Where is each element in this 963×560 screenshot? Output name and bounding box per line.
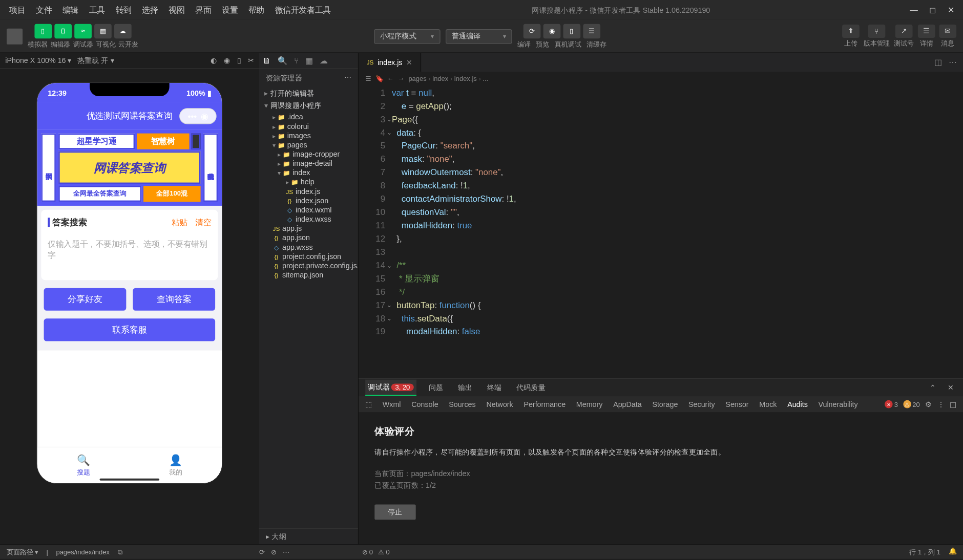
devtools-tab[interactable]: Performance <box>524 400 566 408</box>
menu-item[interactable]: 编辑 <box>58 2 82 18</box>
file-node[interactable]: {}app.json <box>259 233 358 242</box>
editor-button[interactable]: ⟨⟩ <box>54 24 72 38</box>
menu-item[interactable]: 项目 <box>5 2 29 18</box>
close-icon[interactable]: ✕ <box>945 381 956 395</box>
editor-tab[interactable]: JS index.js ✕ <box>359 53 421 72</box>
devtools-tab[interactable]: Storage <box>652 400 678 408</box>
debugger-button[interactable]: ≈ <box>74 24 92 38</box>
visual-button[interactable]: ▦ <box>94 24 112 38</box>
devtools-tab[interactable]: Memory <box>576 400 603 408</box>
cloud-button[interactable]: ☁ <box>114 24 132 38</box>
devtools-tab[interactable]: Mock <box>759 400 777 408</box>
tool-icon[interactable]: ⑂ <box>868 24 886 37</box>
folder-node[interactable]: 📁.idea <box>259 112 358 121</box>
refresh-icon[interactable]: ⟳ <box>524 24 541 38</box>
notification-icon[interactable]: 🔔 <box>949 547 957 556</box>
gear-icon[interactable]: ⚙ <box>925 400 932 408</box>
more-icon[interactable]: ⋮ <box>937 400 945 408</box>
outline-section[interactable]: ▸ 大纲 <box>259 528 358 544</box>
menu-item[interactable]: 帮助 <box>244 2 268 18</box>
tool-icon[interactable]: ☰ <box>918 24 935 37</box>
share-button[interactable]: 分享好友 <box>44 288 127 311</box>
devtools-tab[interactable]: Vulnerability <box>819 400 858 408</box>
debugger-tab[interactable]: 问题 <box>426 380 446 395</box>
debugger-tab[interactable]: 输出 <box>455 380 475 395</box>
folder-node[interactable]: 📁image-detail <box>259 159 358 168</box>
minimize-icon[interactable]: — <box>907 5 920 14</box>
devtools-tab[interactable]: Security <box>688 400 715 408</box>
hotreload-toggle[interactable]: 热重载 开 ▾ <box>77 56 115 66</box>
menu-item[interactable]: 界面 <box>191 2 215 18</box>
sim-icon[interactable]: ▯ <box>237 56 241 65</box>
file-node[interactable]: JSindex.js <box>259 186 358 196</box>
close-icon[interactable]: ✕ <box>945 5 958 14</box>
split-icon[interactable]: ◫ <box>934 58 941 67</box>
menu-item[interactable]: 文件 <box>32 2 56 18</box>
search-button[interactable]: 查询答案 <box>133 288 215 311</box>
folder-node[interactable]: 📁index <box>259 168 358 177</box>
file-node[interactable]: {}sitemap.json <box>259 270 358 279</box>
devtools-tab[interactable]: Audits <box>787 400 808 408</box>
folder-node[interactable]: 📁pages <box>259 140 358 149</box>
devtools-tab[interactable]: Sensor <box>725 400 748 408</box>
contact-button[interactable]: 联系客服 <box>44 318 216 341</box>
debugger-tab[interactable]: 调试器3, 20 <box>365 379 416 396</box>
menu-item[interactable]: 转到 <box>112 2 136 18</box>
file-node[interactable]: ◇index.wxss <box>259 214 358 224</box>
sim-icon[interactable]: ✂ <box>248 56 254 65</box>
breadcrumb[interactable]: ☰🔖←→ pages › index › index.js › ... <box>359 72 963 85</box>
more-icon[interactable]: ⋯ <box>344 73 351 83</box>
file-node[interactable]: {}index.json <box>259 196 358 205</box>
compile-dropdown[interactable]: 普通编译 <box>446 29 512 44</box>
paste-button[interactable]: 粘贴 <box>172 217 187 228</box>
file-node[interactable]: ◇app.wxss <box>259 242 358 251</box>
tab-search[interactable]: 🔍 搜题 <box>37 447 130 483</box>
code-editor[interactable]: 123⌄4⌄567891011121314⌄151617⌄18⌄19 var t… <box>359 85 963 378</box>
folder-node[interactable]: 📁colorui <box>259 121 358 131</box>
tool-icon[interactable]: ✉ <box>939 24 956 37</box>
simulator-button[interactable]: ▯ <box>34 24 52 38</box>
tool-icon[interactable]: ⬆ <box>842 24 860 37</box>
devtools-tab[interactable]: Wxml <box>383 400 401 408</box>
capsule[interactable]: •••◉ <box>179 108 217 124</box>
devtools-tab[interactable]: Network <box>486 400 513 408</box>
clear-button[interactable]: 清空 <box>195 217 211 228</box>
collapse-icon[interactable]: ⌃ <box>927 381 938 395</box>
maximize-icon[interactable]: ◻ <box>926 5 939 14</box>
tool-icon[interactable]: ↗ <box>895 24 913 37</box>
files-icon[interactable]: 🗎 <box>263 56 271 66</box>
devtools-tab[interactable]: Sources <box>449 400 475 408</box>
sim-tool-icon[interactable]: ⊘ <box>271 548 276 555</box>
sim-icon[interactable]: ◐ <box>211 56 217 65</box>
dock-icon[interactable]: ◫ <box>950 400 956 408</box>
cursor-position[interactable]: 行 1，列 1 <box>909 547 940 556</box>
sim-icon[interactable]: ◉ <box>224 56 231 65</box>
preview-icon[interactable]: ◉ <box>543 24 561 38</box>
menu-item[interactable]: 选择 <box>138 2 162 18</box>
menu-item[interactable]: 视图 <box>165 2 189 18</box>
mode-dropdown[interactable]: 小程序模式 <box>374 29 441 44</box>
more-icon[interactable]: ⋯ <box>949 58 957 67</box>
debugger-tab[interactable]: 终端 <box>485 380 505 395</box>
open-editors-section[interactable]: 打开的编辑器 <box>259 87 358 100</box>
file-node[interactable]: {}project.config.json <box>259 251 358 261</box>
devtools-tab[interactable]: Console <box>411 400 438 408</box>
ext-icon[interactable]: ▦ <box>305 56 312 66</box>
tab-mine[interactable]: 👤 我的 <box>130 447 222 483</box>
close-tab-icon[interactable]: ✕ <box>406 58 412 67</box>
remote-debug-icon[interactable]: ▯ <box>563 24 581 38</box>
devtools-tab[interactable]: AppData <box>613 400 642 408</box>
clear-cache-icon[interactable]: ☰ <box>583 24 600 38</box>
avatar[interactable] <box>7 28 23 44</box>
project-section[interactable]: 网课搜题小程序 <box>259 99 358 112</box>
file-node[interactable]: JSapp.js <box>259 224 358 233</box>
folder-node[interactable]: 📁image-cropper <box>259 149 358 159</box>
file-node[interactable]: {}project.private.config.js... <box>259 261 358 270</box>
git-icon[interactable]: ⑂ <box>294 56 299 66</box>
menu-item[interactable]: 工具 <box>85 2 109 18</box>
search-icon[interactable]: 🔍 <box>278 56 287 66</box>
menu-item[interactable]: 微信开发者工具 <box>271 2 334 18</box>
sim-tool-icon[interactable]: ⟳ <box>259 548 264 555</box>
page-path-label[interactable]: 页面路径 ▾ <box>7 547 38 556</box>
stop-button[interactable]: 停止 <box>374 505 415 520</box>
